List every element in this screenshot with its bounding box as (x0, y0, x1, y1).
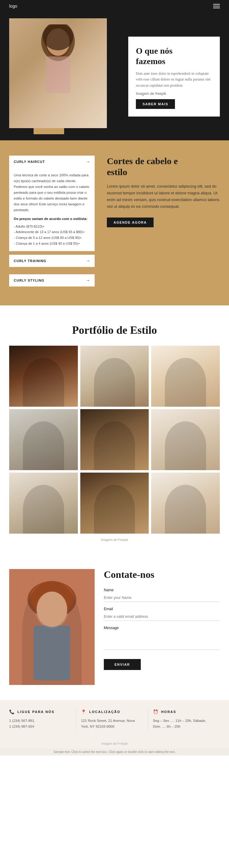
services-section: CURLY HAIRCUT → Uma técnica de corte a s… (0, 141, 229, 305)
services-left-panel: CURLY HAIRCUT → Uma técnica de corte a s… (9, 156, 95, 290)
service-tab-haircut[interactable]: CURLY HAIRCUT → (9, 156, 95, 168)
hero-section: O que nós fazemos Duis aute irure dolor … (0, 12, 229, 141)
svg-rect-6 (9, 569, 95, 685)
hero-title: O que nós fazemos (136, 46, 212, 66)
portfolio-item-6 (151, 409, 220, 470)
portfolio-item-9 (151, 473, 220, 534)
service-tab-training[interactable]: CURLY TRAINING → (9, 255, 95, 267)
site-header: logo (0, 0, 229, 12)
footer-col-location: 📍 LOCALIZAÇÃO 121 Rock Street, 21 Avenue… (76, 709, 148, 730)
hero-image (9, 18, 107, 128)
footer-phone-title: 📞 LIGUE PARA NÓS (9, 709, 71, 714)
svg-point-11 (37, 592, 67, 627)
portfolio-photo-1 (9, 346, 78, 407)
footer-info: 📞 LIGUE PARA NÓS 1 (234) 567-891, 1 (234… (0, 700, 229, 739)
portfolio-item-7 (9, 473, 78, 534)
services-title: Cortes de cabelo e estilo (107, 156, 220, 178)
form-group-name: Name (104, 588, 220, 602)
sample-watermark: Sample text: Click to select the text bo… (0, 748, 229, 755)
portfolio-item-1 (9, 346, 78, 407)
price-item-teen: - Adolescente de 13 a 17 anos (US$ 65 a … (14, 229, 90, 235)
portfolio-photo-5 (80, 409, 149, 470)
form-group-message: Message (104, 626, 220, 651)
portfolio-photo-9 (151, 473, 220, 534)
portfolio-item-3 (151, 346, 220, 407)
service-tab-styling[interactable]: CURLY STYLING → (9, 274, 95, 286)
price-item-toddler: - Criança de 1 a 4 anos (US$ 40 a US$ 55… (14, 241, 90, 247)
footer-col-hours: ⏰ HORAS Seg – Sex …. 11h – 20h, Sábado, … (148, 709, 220, 730)
portfolio-title: Portfólio de Estilo (9, 324, 220, 337)
hero-content-box: O que nós fazemos Duis aute irure dolor … (128, 37, 220, 117)
contact-person-svg (9, 569, 95, 685)
portfolio-photo-2 (80, 346, 149, 407)
service-price-list: - Adulto ($70-$110)+ - Adolescente de 13… (14, 224, 90, 247)
footer-phone-line1: 1 (234) 567-891, (9, 718, 71, 724)
portfolio-item-4 (9, 409, 78, 470)
form-group-email: Email (104, 607, 220, 621)
services-cta-button[interactable]: AGENDE AGORA (107, 218, 153, 227)
svg-point-8 (27, 581, 76, 618)
contact-image (9, 569, 95, 685)
svg-point-9 (31, 581, 73, 615)
svg-rect-10 (34, 625, 70, 680)
hero-person-svg (27, 24, 89, 122)
hero-body: Duis aute irure dolor in reprehenderit i… (136, 71, 212, 89)
name-input[interactable] (104, 594, 220, 602)
contact-title: Contate-nos (104, 569, 220, 580)
svg-point-7 (35, 589, 69, 628)
service-description-haircut: Uma técnica de corte a seco 100% voltada… (9, 168, 95, 251)
email-label: Email (104, 607, 220, 611)
contact-form-area: Contate-nos Name Email Message ENVIAR (104, 569, 220, 685)
portfolio-photo-3 (151, 346, 220, 407)
name-label: Name (104, 588, 220, 592)
footer-col-phone: 📞 LIGUE PARA NÓS 1 (234) 567-891, 1 (234… (9, 709, 76, 730)
hero-freepik-credit: Imagem de freepik (136, 91, 212, 97)
footer-phone-line2: 1 (234) 987-654 (9, 724, 71, 730)
footer-hours-line1: Seg – Sex …. 11h – 20h, Sábado, (153, 718, 215, 724)
svg-rect-3 (46, 57, 70, 93)
footer-hours-line2: Dom …. 6h – 20h (153, 724, 215, 730)
phone-icon: 📞 (9, 709, 15, 714)
footer-freepik-credit: Imagem de Freepik (0, 739, 229, 748)
price-item-child: - Criança de 5 a 12 anos (US$ 60 a US$ 9… (14, 235, 90, 241)
portfolio-photo-6 (151, 409, 220, 470)
logo: logo (9, 4, 17, 8)
footer-location-line1: 121 Rock Street, 21 Avenue, Nova (81, 718, 143, 724)
send-button[interactable]: ENVIAR (104, 659, 141, 670)
hero-cta-button[interactable]: SABER MAIS (136, 99, 175, 109)
portfolio-grid (9, 346, 220, 534)
hero-photo (9, 18, 107, 128)
location-icon: 📍 (81, 709, 87, 714)
services-right-panel: Cortes de cabelo e estilo Lorem ipsum do… (107, 156, 220, 290)
portfolio-photo-8 (80, 473, 149, 534)
portfolio-photo-7 (9, 473, 78, 534)
price-item-adult: - Adulto ($70-$110)+ (14, 224, 90, 229)
portfolio-item-8 (80, 473, 149, 534)
services-body: Lorem ipsum dolor sit amet, consectetur … (107, 183, 220, 210)
portfolio-section: Portfólio de Estilo Imagens de Freepik (0, 305, 229, 554)
footer-location-title: 📍 LOCALIZAÇÃO (81, 709, 143, 714)
portfolio-item-5 (80, 409, 149, 470)
menu-toggle[interactable] (213, 4, 220, 8)
email-input[interactable] (104, 613, 220, 621)
portfolio-item-2 (80, 346, 149, 407)
service-price-label: Os preços variam de acordo com o estilis… (14, 216, 90, 222)
message-input[interactable] (104, 631, 220, 650)
hours-icon: ⏰ (153, 709, 159, 714)
footer-location-line2: York, NY 92103-9000 (81, 724, 143, 730)
portfolio-photo-4 (9, 409, 78, 470)
message-label: Message (104, 626, 220, 630)
contact-section: Contate-nos Name Email Message ENVIAR (0, 554, 229, 700)
footer-hours-title: ⏰ HORAS (153, 709, 215, 714)
portfolio-freepik-credit: Imagens de Freepik (9, 538, 220, 541)
